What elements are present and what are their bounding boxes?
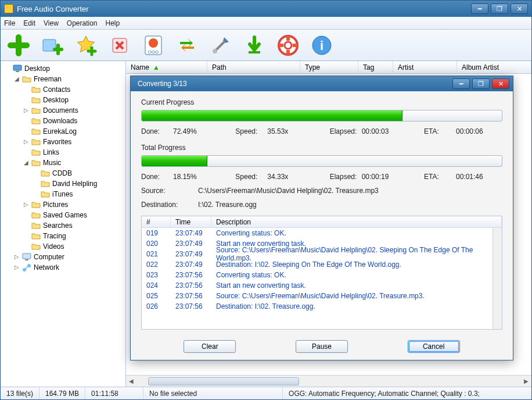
tree-item[interactable]: ◢Music: [23, 158, 125, 168]
col-type[interactable]: Type: [300, 61, 358, 73]
tree-computer[interactable]: ▷ Computer: [13, 252, 125, 262]
log-row[interactable]: 02323:07:56Converting status: OK.: [142, 270, 493, 280]
statusbar: 13 file(s) 164.79 MB 01:11:58 No file se…: [1, 387, 531, 399]
current-stats: Done:72.49% Speed:35.53x Elapsed:00:00:0…: [141, 127, 502, 135]
tree-network[interactable]: ▷ Network: [13, 262, 125, 273]
log-row[interactable]: 02423:07:56Start an new converting task.: [142, 280, 493, 291]
svg-rect-13: [23, 253, 31, 259]
svg-text:i: i: [320, 38, 323, 53]
log-row[interactable]: 02523:07:56Source: C:\Users\Freeman\Musi…: [142, 291, 493, 301]
folder-icon: [31, 221, 41, 230]
log-col-num[interactable]: #: [142, 216, 171, 227]
svg-point-16: [27, 264, 31, 267]
folder-tree[interactable]: Desktop ◢ Freeman ContactsDesktop▷Docume…: [1, 61, 126, 387]
folder-icon: [31, 137, 41, 147]
folder-icon: [31, 158, 41, 167]
col-tag[interactable]: Tag: [358, 61, 393, 73]
log-rows[interactable]: 01923:07:49Converting status: OK.02023:0…: [142, 228, 493, 329]
col-name[interactable]: Name▲: [126, 61, 207, 73]
scroll-left-icon[interactable]: ◀: [126, 376, 136, 387]
scroll-thumb[interactable]: [148, 377, 299, 385]
folder-icon: [31, 148, 41, 157]
tree-item[interactable]: EurekaLog: [23, 126, 125, 137]
tree-item[interactable]: Desktop: [23, 95, 125, 105]
tree-item[interactable]: Tracing: [23, 231, 125, 241]
tree-item[interactable]: Contacts: [23, 84, 125, 95]
menu-file[interactable]: File: [4, 19, 15, 27]
status-files: 13 file(s): [1, 387, 39, 399]
log-col-time[interactable]: Time: [171, 216, 211, 227]
folder-icon: [31, 85, 41, 94]
convert-button[interactable]: [174, 32, 200, 59]
menu-edit[interactable]: Edit: [23, 19, 35, 27]
tree-item[interactable]: Links: [23, 147, 125, 158]
clear-log-button[interactable]: Clear: [184, 340, 236, 353]
col-path[interactable]: Path: [207, 61, 300, 73]
cancel-button[interactable]: Cancel: [408, 340, 460, 353]
tree-item[interactable]: David Helpling: [32, 178, 125, 189]
min-button[interactable]: ━: [471, 3, 488, 14]
col-artist[interactable]: Artist: [393, 61, 457, 73]
network-icon: [22, 263, 31, 272]
tree-item[interactable]: Saved Games: [23, 210, 125, 220]
tree-item[interactable]: Searches: [23, 220, 125, 231]
tree-item[interactable]: CDDB: [32, 168, 125, 178]
add-files-button[interactable]: [5, 32, 32, 59]
tree-item[interactable]: ▷Documents: [23, 105, 125, 116]
status-size: 164.79 MB: [39, 387, 85, 399]
folder-icon: [31, 106, 41, 115]
tree-desktop[interactable]: Desktop: [4, 63, 125, 74]
log-row[interactable]: 02623:07:56Destination: I:\02. Treasure.…: [142, 301, 493, 312]
svg-rect-11: [13, 65, 21, 70]
pause-button[interactable]: Pause: [296, 340, 348, 353]
svg-rect-6: [249, 51, 260, 53]
tree-item[interactable]: iTunes: [32, 189, 125, 199]
folder-icon: [41, 179, 50, 188]
tree-item[interactable]: Downloads: [23, 116, 125, 126]
menu-view[interactable]: View: [44, 19, 59, 27]
log-col-desc[interactable]: Description: [211, 216, 502, 227]
log-scrollbar[interactable]: [493, 228, 502, 329]
computer-icon: [22, 252, 31, 262]
tree-item[interactable]: Videos: [23, 241, 125, 252]
dialog-titlebar[interactable]: Converting 3/13 ━ ❐ ✕: [131, 76, 513, 91]
column-header[interactable]: Name▲ Path Type Tag Artist Album Artist: [126, 61, 531, 74]
col-album-artist[interactable]: Album Artist: [457, 61, 531, 73]
current-progress-label: Current Progress: [141, 98, 502, 106]
dialog-max-button[interactable]: ❐: [472, 78, 490, 89]
dest-label: Destination:: [141, 201, 188, 209]
folder-icon: [41, 190, 50, 199]
folder-icon: [31, 242, 41, 251]
status-selection: No file selected: [143, 387, 283, 399]
dialog-close-button[interactable]: ✕: [492, 78, 509, 89]
scroll-right-icon[interactable]: ▶: [521, 376, 531, 387]
dest-path: I:\02. Treasure.ogg: [198, 201, 257, 209]
format-ogg-button[interactable]: OGG: [140, 32, 167, 59]
tree-item[interactable]: ▷Favorites: [23, 137, 125, 147]
tree-user[interactable]: ◢ Freeman: [13, 74, 125, 84]
log-row[interactable]: 01923:07:49Converting status: OK.: [142, 228, 493, 238]
dialog-min-button[interactable]: ━: [452, 78, 470, 89]
clear-button[interactable]: [106, 32, 133, 59]
h-scrollbar[interactable]: ◀ ▶: [126, 375, 531, 387]
settings-button[interactable]: [207, 32, 234, 59]
converting-dialog: Converting 3/13 ━ ❐ ✕ Current Progress D…: [130, 76, 513, 360]
svg-point-5: [213, 49, 217, 53]
app-icon: [4, 4, 13, 13]
status-format: OGG: Automatic Frequency; Automatic Chan…: [283, 387, 531, 399]
svg-rect-12: [16, 71, 19, 72]
tree-item[interactable]: ▷Pictures: [23, 199, 125, 210]
favorites-button[interactable]: [73, 32, 99, 59]
log-row[interactable]: 02223:07:49Destination: I:\02. Sleeping …: [142, 259, 493, 270]
add-folder-button[interactable]: [39, 32, 66, 59]
help-lifebuoy-button[interactable]: [275, 32, 301, 59]
titlebar[interactable]: Free Audio Converter ━ ❐ ✕: [1, 1, 531, 17]
dialog-title: Converting 3/13: [138, 80, 187, 88]
log-row[interactable]: 02123:07:49Source: C:\Users\Freeman\Musi…: [142, 249, 493, 259]
menu-operation[interactable]: Operation: [67, 19, 98, 27]
info-button[interactable]: i: [308, 32, 335, 59]
menu-help[interactable]: Help: [106, 19, 120, 27]
close-button[interactable]: ✕: [511, 3, 528, 14]
max-button[interactable]: ❐: [491, 3, 508, 14]
download-button[interactable]: [241, 32, 268, 59]
